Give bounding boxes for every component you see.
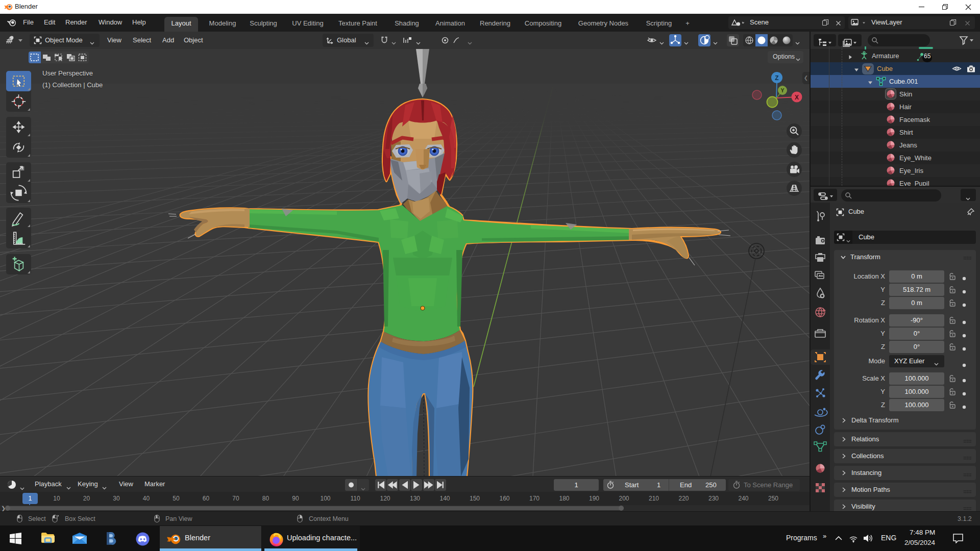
svg-text:Y: Y <box>780 87 784 93</box>
svg-text:Z: Z <box>775 74 778 82</box>
svg-text:X: X <box>795 94 799 101</box>
